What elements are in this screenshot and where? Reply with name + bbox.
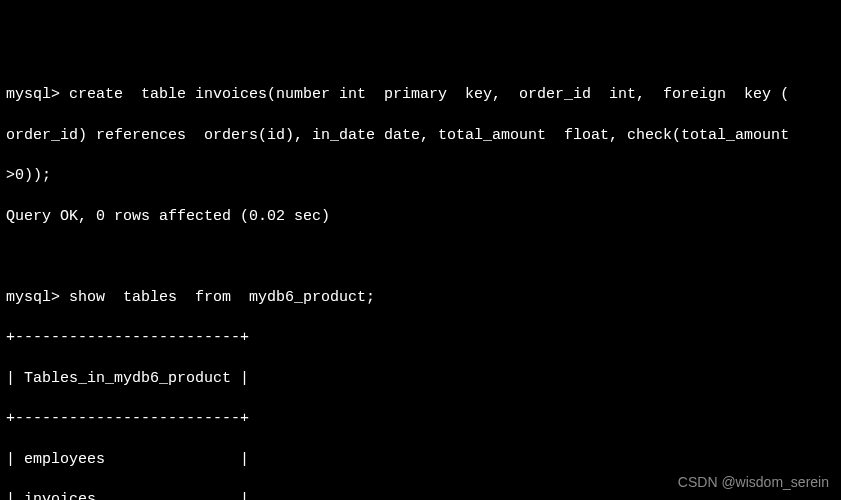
watermark: CSDN @wisdom_serein (678, 473, 829, 492)
create-command-line1: mysql> create table invoices(number int … (6, 85, 835, 105)
create-command-line2: order_id) references orders(id), in_date… (6, 126, 835, 146)
query-ok-result: Query OK, 0 rows affected (0.02 sec) (6, 207, 835, 227)
tables-border-mid: +-------------------------+ (6, 409, 835, 429)
create-command-line3: >0)); (6, 166, 835, 186)
show-tables-command: mysql> show tables from mydb6_product; (6, 288, 835, 308)
tables-border-top: +-------------------------+ (6, 328, 835, 348)
tables-row-0: | employees | (6, 450, 835, 470)
tables-header: | Tables_in_mydb6_product | (6, 369, 835, 389)
blank-line (6, 247, 835, 267)
